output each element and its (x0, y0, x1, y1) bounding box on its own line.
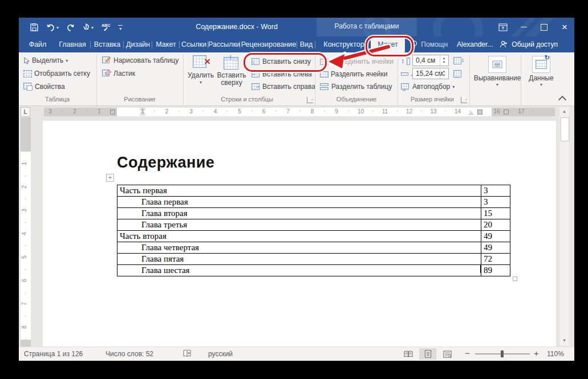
web-layout-button[interactable] (439, 348, 456, 360)
zoom-in-button[interactable]: + (534, 348, 539, 358)
horizontal-ruler[interactable]: 3·2·1·1·2·3·4·5·6·7·8·9·10·11·12·13·14·1… (44, 108, 555, 116)
tab-view[interactable]: Вид (297, 36, 315, 52)
ruler-number: 5 (21, 255, 27, 259)
spelling-button[interactable]: ABC ✓ (102, 24, 110, 31)
table-row[interactable]: Глава пятая72 (117, 254, 510, 265)
zoom-slider-thumb[interactable] (501, 351, 504, 357)
tab-stop-selector[interactable]: L (21, 107, 30, 117)
split-table-button[interactable]: Разделить таблицу (320, 81, 392, 92)
view-gridlines-button[interactable]: Отобразить сетку (23, 68, 90, 79)
account-name[interactable]: Alexander... (457, 36, 493, 52)
maximize-button[interactable] (534, 18, 554, 36)
customize-qat-icon: ▾ (118, 25, 123, 30)
tab-layout[interactable]: Макет (152, 36, 180, 52)
table-row[interactable]: Глава первая3 (117, 197, 510, 208)
table-row[interactable]: Глава третья20 (117, 219, 510, 231)
alignment-button[interactable]: Выравнивание ▾ (474, 54, 521, 94)
dropdown-arrow-icon[interactable]: ▾ (91, 25, 94, 30)
spinner-arrows[interactable]: ▲▼ (440, 55, 448, 66)
table-properties-button[interactable]: Свойства (23, 81, 65, 92)
ruler-number: 5 (238, 108, 241, 115)
close-button[interactable]: × (555, 18, 574, 36)
autofit-button[interactable]: ↔ Автоподбор▾ (401, 81, 455, 92)
ruler-tick: · (396, 108, 398, 114)
delete-button[interactable]: × Удалить ▾ (187, 54, 214, 94)
distribute-rows-button[interactable]: ↕ (453, 55, 463, 67)
document-heading[interactable]: Содержание (117, 154, 214, 172)
ruler-number: 3 (48, 108, 52, 115)
table-row[interactable]: Глава вторая15 (117, 208, 510, 219)
tab-insert[interactable]: Вставка (91, 36, 124, 52)
zoom-out-button[interactable]: − (465, 348, 470, 358)
assistant-button[interactable]: Помощн (411, 36, 448, 52)
close-icon: × (562, 22, 567, 33)
tab-file[interactable]: Файл (23, 36, 52, 52)
spin-down-icon: ▼ (443, 74, 446, 78)
tab-table-layout[interactable]: Макет (371, 36, 405, 52)
scroll-up-icon[interactable]: ▲ (560, 107, 569, 116)
collapse-ribbon-button[interactable] (559, 97, 565, 103)
redo-button[interactable] (67, 24, 75, 31)
tab-references[interactable]: Ссылки (180, 36, 208, 52)
row-height-input[interactable]: 0,4 см ▲▼ (412, 55, 449, 66)
dropdown-arrow-icon[interactable]: ▾ (56, 25, 59, 30)
tab-mailings[interactable]: Рассылки (208, 36, 240, 52)
proofing-status-button[interactable]: × (183, 349, 191, 360)
table-row[interactable]: Часть вторая49 (117, 231, 510, 242)
table-row[interactable]: Глава шестая89 (117, 265, 510, 276)
split-cells-icon (320, 71, 329, 78)
insert-right-button[interactable]: → Вставить справа (252, 81, 315, 92)
ruler-tick: · (445, 108, 447, 114)
data-button[interactable]: ↻ Данные ▾ (524, 54, 558, 94)
minimize-button[interactable] (514, 18, 533, 36)
print-layout-button[interactable] (419, 348, 436, 360)
dialog-launcher-icon[interactable]: ⌟ (461, 97, 467, 103)
document-page[interactable]: Содержание + Часть первая3 Глава первая3… (43, 121, 556, 347)
table-move-handle[interactable]: + (106, 174, 114, 182)
contents-table[interactable]: Часть первая3 Глава первая3 Глава вторая… (117, 185, 510, 276)
insert-above-button[interactable]: ↑ Вставитьсверху (216, 54, 248, 94)
tab-design[interactable]: Дизайн (124, 36, 152, 52)
customize-qat-button[interactable]: ▾ (118, 25, 123, 30)
ruler-tick: · (25, 312, 26, 319)
scrollbar-thumb[interactable] (561, 117, 569, 141)
split-cells-button[interactable]: Разделить ячейки (320, 68, 388, 80)
table-row[interactable]: Глава четвертая49 (117, 242, 510, 254)
undo-icon (46, 24, 55, 31)
table-row[interactable]: Часть первая3 (117, 185, 510, 197)
tab-home[interactable]: Главная (54, 36, 91, 52)
word-window: ▾ ▾ ABC ✓ ▾ Содержание.do (19, 18, 574, 361)
touch-mode-icon (83, 23, 90, 31)
table-resize-handle[interactable] (513, 276, 517, 281)
read-mode-icon (404, 351, 413, 357)
scroll-down-icon[interactable]: ▼ (560, 336, 569, 345)
vertical-ruler[interactable]: 1·2·3·4·5·6·7·8· (21, 117, 31, 347)
eraser-button[interactable]: Ластик (102, 68, 135, 79)
draw-table-button[interactable]: Нарисовать таблицу (102, 55, 179, 66)
page-indicator[interactable]: Страница 1 из 126 (24, 350, 83, 358)
ruler-tick: · (420, 108, 422, 114)
read-mode-button[interactable] (400, 348, 417, 360)
tab-table-design[interactable]: Конструктор (318, 36, 370, 52)
vertical-scrollbar[interactable]: ▲ ▼ (559, 107, 569, 346)
distribute-cols-button[interactable]: ↔ (453, 68, 463, 80)
spinner-arrows[interactable]: ▲▼ (440, 68, 448, 79)
language-indicator[interactable]: русский (208, 350, 233, 358)
touch-mode-button[interactable]: ▾ (83, 23, 94, 31)
col-width-input[interactable]: 15,24 см ▲▼ (412, 68, 449, 79)
zoom-percentage[interactable]: 110% (547, 350, 564, 358)
row-title: Часть вторая (117, 231, 481, 242)
delete-table-icon: × (193, 55, 209, 70)
dropdown-arrow-icon: ▾ (540, 82, 542, 87)
undo-button[interactable]: ▾ (46, 24, 59, 31)
dialog-launcher-icon[interactable]: ⌟ (307, 97, 313, 103)
insert-left-button[interactable]: ← Вставить слева (252, 68, 312, 80)
table-column-marker[interactable] (477, 109, 482, 115)
share-button[interactable]: Общий доступ (500, 36, 558, 52)
save-button[interactable] (30, 23, 38, 31)
word-count[interactable]: Число слов: 52 (106, 350, 153, 358)
select-button[interactable]: Выделить▾ (23, 55, 68, 66)
insert-below-button[interactable]: ↓ Вставить снизу (252, 56, 311, 67)
ribbon-display-options-button[interactable] (493, 18, 513, 36)
tab-review[interactable]: Рецензирование (240, 36, 297, 52)
